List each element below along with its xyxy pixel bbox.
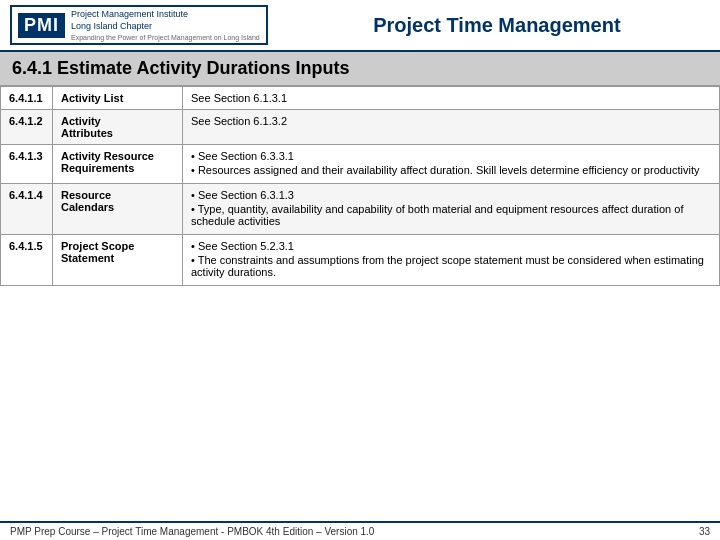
row-content: See Section 6.3.1.3 Type, quantity, avai… [183, 184, 720, 235]
header-title: Project Time Management [284, 14, 710, 37]
table-row: 6.4.1.4 ResourceCalendars See Section 6.… [1, 184, 720, 235]
header: PMI Project Management Institute Long Is… [0, 0, 720, 52]
page-title: 6.4.1 Estimate Activity Durations Inputs [0, 52, 720, 86]
row-number: 6.4.1.2 [1, 110, 53, 145]
row-content: See Section 6.3.3.1 Resources assigned a… [183, 145, 720, 184]
table-row: 6.4.1.1 Activity List See Section 6.1.3.… [1, 87, 720, 110]
row-name: Activity List [53, 87, 183, 110]
bullet-item: Resources assigned and their availabilit… [191, 164, 711, 176]
pmi-logo: PMI [18, 13, 65, 38]
row-number: 6.4.1.3 [1, 145, 53, 184]
footer-right: 33 [699, 526, 710, 537]
row-number: 6.4.1.1 [1, 87, 53, 110]
bullet-item: See Section 6.3.3.1 [191, 150, 711, 162]
logo-tagline: Expanding the Power of Project Managemen… [71, 34, 260, 41]
row-name: ActivityAttributes [53, 110, 183, 145]
logo-text-line1: Project Management Institute [71, 9, 260, 21]
main-table: 6.4.1.1 Activity List See Section 6.1.3.… [0, 86, 720, 286]
row-name: Project ScopeStatement [53, 235, 183, 286]
footer: PMP Prep Course – Project Time Managemen… [0, 521, 720, 540]
row-content: See Section 6.1.3.1 [183, 87, 720, 110]
table-row: 6.4.1.3 Activity ResourceRequirements Se… [1, 145, 720, 184]
logo-text-line2: Long Island Chapter [71, 21, 260, 33]
logo-box: PMI Project Management Institute Long Is… [10, 5, 268, 45]
table-row: 6.4.1.2 ActivityAttributes See Section 6… [1, 110, 720, 145]
row-number: 6.4.1.4 [1, 184, 53, 235]
row-content: See Section 5.2.3.1 The constraints and … [183, 235, 720, 286]
row-content: See Section 6.1.3.2 [183, 110, 720, 145]
table-row: 6.4.1.5 Project ScopeStatement See Secti… [1, 235, 720, 286]
row-name: Activity ResourceRequirements [53, 145, 183, 184]
row-name: ResourceCalendars [53, 184, 183, 235]
bullet-item: Type, quantity, availability and capabil… [191, 203, 711, 227]
bullet-item: See Section 6.3.1.3 [191, 189, 711, 201]
row-number: 6.4.1.5 [1, 235, 53, 286]
footer-left: PMP Prep Course – Project Time Managemen… [10, 526, 374, 537]
bullet-item: The constraints and assumptions from the… [191, 254, 711, 278]
bullet-item: See Section 5.2.3.1 [191, 240, 711, 252]
